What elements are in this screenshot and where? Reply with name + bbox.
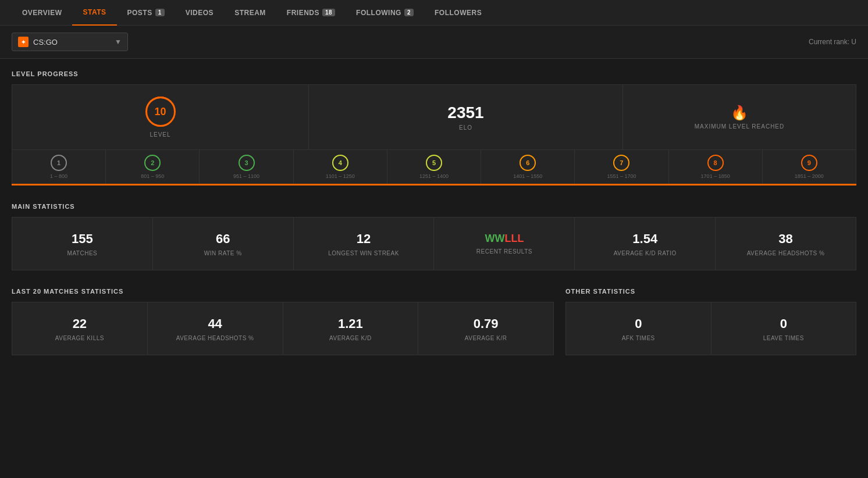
range-text-6: 1401 – 1550 (513, 173, 542, 179)
level-progress-section: LEVEL PROGRESS 10 LEVEL 2351 ELO 🔥 MAXIM… (12, 70, 856, 186)
level-circle: 10 (145, 97, 176, 127)
last20-value-avg-kd: 1.21 (338, 316, 363, 331)
range-item-8[interactable]: 81701 – 1850 (669, 150, 763, 184)
elo-label: ELO (459, 124, 472, 131)
stat-value-win-rate: 66 (216, 231, 230, 247)
chevron-down-icon: ▼ (115, 38, 122, 46)
nav-item-following[interactable]: FOLLOWING2 (346, 0, 424, 26)
level-progress-title: LEVEL PROGRESS (12, 70, 856, 77)
range-circle-9: 9 (801, 155, 817, 171)
last20-value-avg-kills: 22 (73, 316, 87, 331)
other-stats-cards: 0AFK TIMES0LEAVE TIMES (565, 302, 856, 355)
last20-card-avg-hs: 44AVERAGE HEADSHOTS % (148, 302, 283, 355)
nav-item-stream[interactable]: STREAM (224, 0, 276, 26)
range-text-5: 1251 – 1400 (419, 173, 449, 179)
last20-card-avg-kills: 22AVERAGE KILLS (12, 302, 148, 355)
other-value-leave-times: 0 (780, 316, 787, 331)
range-item-6[interactable]: 61401 – 1550 (481, 150, 575, 184)
last20-value-avg-kr: 0.79 (474, 316, 499, 331)
current-rank-text: Current rank: U (809, 38, 856, 46)
stat-value-win-streak: 12 (357, 231, 371, 247)
last20-card-avg-kr: 0.79AVERAGE K/R (418, 302, 553, 355)
game-icon: ✦ (18, 37, 29, 47)
stat-card-recent-results: WWLLLRECENT RESULTS (434, 217, 575, 270)
recent-results-value: WWLLL (485, 233, 524, 245)
nav-badge-posts: 1 (155, 9, 165, 16)
other-stats-section: OTHER STATISTICS 0AFK TIMES0LEAVE TIMES (565, 288, 856, 355)
elo-value: 2351 (447, 104, 483, 122)
stat-label-kd-ratio: AVERAGE K/D RATIO (614, 250, 677, 256)
range-circle-1: 1 (51, 155, 67, 171)
nav-badge-following: 2 (404, 9, 414, 16)
range-item-4[interactable]: 41101 – 1250 (294, 150, 387, 184)
orange-progress-line (12, 184, 856, 186)
stat-label-win-streak: LONGEST WIN STREAK (328, 250, 399, 256)
last20-label-avg-kr: AVERAGE K/R (465, 335, 507, 341)
stat-label-win-rate: WIN RATE % (204, 250, 242, 256)
stat-card-win-rate: 66WIN RATE % (153, 217, 294, 270)
stat-value-matches: 155 (72, 231, 93, 247)
stat-card-matches: 155MATCHES (12, 217, 153, 270)
nav-item-overview[interactable]: OVERVIEW (12, 0, 72, 26)
other-stats-title: OTHER STATISTICS (565, 288, 856, 295)
game-name: CS:GO (33, 38, 58, 47)
range-text-1: 1 – 800 (50, 173, 67, 179)
main-stats-title: MAIN STATISTICS (12, 203, 856, 210)
game-bar: ✦ CS:GO ▼ Current rank: U (0, 26, 868, 59)
stat-card-avg-headshots: 38AVERAGE HEADSHOTS % (716, 217, 856, 270)
stat-label-recent-results: RECENT RESULTS (476, 248, 532, 255)
level-value: 10 (154, 106, 166, 118)
other-label-afk-times: AFK TIMES (622, 335, 655, 341)
main-stats-section: MAIN STATISTICS 155MATCHES66WIN RATE %12… (12, 203, 856, 270)
last20-label-avg-kills: AVERAGE KILLS (55, 335, 104, 341)
nav-item-friends[interactable]: FRIENDS18 (276, 0, 346, 26)
last20-value-avg-hs: 44 (208, 316, 222, 331)
flame-icon: 🔥 (731, 105, 748, 121)
nav-item-followers[interactable]: FOLLOWERS (424, 0, 492, 26)
range-circle-2: 2 (144, 155, 161, 171)
last20-label-avg-kd: AVERAGE K/D (329, 335, 372, 341)
other-card-afk-times: 0AFK TIMES (566, 302, 712, 355)
last20-card-avg-kd: 1.21AVERAGE K/D (283, 302, 419, 355)
range-text-7: 1551 – 1700 (607, 173, 636, 179)
stat-value-avg-headshots: 38 (778, 231, 792, 247)
nav-item-videos[interactable]: VIDEOS (175, 0, 224, 26)
level-range-bar: 11 – 8002801 – 9503951 – 110041101 – 125… (12, 150, 856, 184)
range-text-9: 1851 – 2000 (795, 173, 824, 179)
range-item-7[interactable]: 71551 – 1700 (575, 150, 668, 184)
last-20-title: LAST 20 MATCHES STATISTICS (12, 288, 554, 295)
range-item-9[interactable]: 91851 – 2000 (763, 150, 856, 184)
range-item-3[interactable]: 3951 – 1100 (200, 150, 293, 184)
bottom-row: LAST 20 MATCHES STATISTICS 22AVERAGE KIL… (12, 288, 856, 355)
range-circle-8: 8 (707, 155, 724, 171)
game-selector[interactable]: ✦ CS:GO ▼ (12, 33, 128, 51)
level-label: LEVEL (150, 131, 170, 138)
range-item-2[interactable]: 2801 – 950 (106, 150, 200, 184)
range-text-3: 951 – 1100 (233, 173, 259, 179)
level-top-cards: 10 LEVEL 2351 ELO 🔥 MAXIMUM LEVEL REACHE… (12, 84, 856, 150)
range-text-2: 801 – 950 (141, 173, 164, 179)
stat-card-win-streak: 12LONGEST WIN STREAK (294, 217, 435, 270)
other-label-leave-times: LEAVE TIMES (763, 335, 804, 341)
range-circle-5: 5 (426, 155, 442, 171)
stat-label-matches: MATCHES (67, 250, 98, 256)
last-20-section: LAST 20 MATCHES STATISTICS 22AVERAGE KIL… (12, 288, 554, 355)
stat-value-kd-ratio: 1.54 (632, 231, 657, 247)
max-level-label: MAXIMUM LEVEL REACHED (695, 123, 785, 130)
range-text-8: 1701 – 1850 (701, 173, 730, 179)
other-card-leave-times: 0LEAVE TIMES (712, 302, 856, 355)
range-item-1[interactable]: 11 – 800 (12, 150, 106, 184)
range-circle-3: 3 (239, 155, 255, 171)
range-circle-4: 4 (332, 155, 348, 171)
stat-card-kd-ratio: 1.54AVERAGE K/D RATIO (575, 217, 716, 270)
nav-item-posts[interactable]: POSTS1 (117, 0, 175, 26)
main-stats-cards: 155MATCHES66WIN RATE %12LONGEST WIN STRE… (12, 217, 856, 270)
level-card: 10 LEVEL (12, 85, 309, 149)
nav-badge-friends: 18 (322, 9, 335, 16)
nav-item-stats[interactable]: STATS (72, 0, 116, 26)
range-item-5[interactable]: 51251 – 1400 (387, 150, 481, 184)
last-20-cards: 22AVERAGE KILLS44AVERAGE HEADSHOTS %1.21… (12, 302, 554, 355)
main-content: LEVEL PROGRESS 10 LEVEL 2351 ELO 🔥 MAXIM… (0, 59, 868, 367)
max-level-card: 🔥 MAXIMUM LEVEL REACHED (623, 85, 856, 149)
other-value-afk-times: 0 (635, 316, 642, 331)
